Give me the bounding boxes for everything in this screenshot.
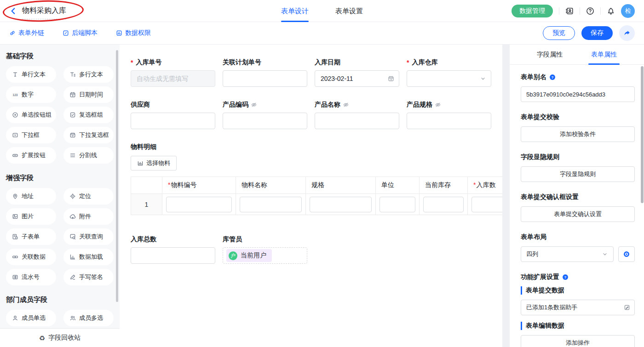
field-product-spec[interactable]: 产品规格 (407, 101, 491, 129)
lookup-icon (69, 233, 76, 240)
submit-confirm-button[interactable]: 表单提交确认设置 (521, 206, 635, 222)
field-item-divider[interactable]: 分割线 (63, 147, 114, 164)
bell-icon[interactable] (607, 7, 615, 15)
field-warehouse[interactable]: 入库仓库 (407, 58, 491, 87)
data-manage-button[interactable]: 数据管理 (512, 5, 553, 17)
panel-scrollbar[interactable] (641, 66, 644, 203)
user-avatar-icon: 户 (229, 251, 237, 260)
hidden-eye-icon (435, 102, 441, 108)
material-name-cell-input[interactable] (240, 197, 302, 212)
permission-icon (116, 30, 122, 36)
layout-select[interactable]: 四列 (521, 246, 614, 262)
submit-data-label: 表单提交数据 (521, 286, 635, 295)
supplier-input[interactable] (131, 113, 215, 129)
field-total-qty[interactable]: 入库总数 (131, 235, 215, 264)
field-item-member-single[interactable]: 成员单选 (6, 310, 56, 326)
inbound-date-input[interactable] (315, 70, 399, 87)
add-operation-button[interactable]: 添加操作 (521, 335, 635, 347)
member-field-box[interactable]: 户 当前用户 (223, 247, 307, 264)
chain-link-icon (12, 254, 18, 260)
crosshair-icon (69, 193, 76, 199)
col-inbound-qty: 入库数 (468, 177, 503, 194)
preview-button[interactable]: 预览 (543, 26, 575, 40)
back-icon[interactable] (9, 7, 17, 15)
page-title[interactable]: 物料采购入库 (22, 6, 66, 19)
field-item-address[interactable]: 地址 (6, 188, 56, 205)
field-product-name[interactable]: 产品名称 (315, 101, 399, 129)
contact-book-icon[interactable] (565, 7, 574, 15)
field-item-location[interactable]: 定位 (63, 188, 114, 205)
edit-icon[interactable] (624, 304, 630, 311)
backend-script-button[interactable]: 后端脚本 (63, 29, 98, 37)
save-button[interactable]: 保存 (581, 26, 613, 40)
field-item-member-multi[interactable]: 成员多选 (63, 310, 114, 326)
spec-cell-input[interactable] (310, 197, 372, 212)
field-supplier[interactable]: 供应商 (131, 101, 215, 129)
field-item-checkbox-group[interactable]: 复选框组 (63, 107, 114, 123)
field-item-ext-button[interactable]: 扩展按钮 (6, 147, 56, 164)
field-inbound-no[interactable]: 入库单号 (131, 58, 215, 87)
tab-form-settings[interactable]: 表单设置 (335, 0, 363, 22)
field-item-image[interactable]: 图片 (6, 208, 56, 225)
bar-chart-icon (69, 254, 76, 260)
external-link-button[interactable]: 表单外链 (9, 29, 44, 37)
visibility-rules-button[interactable]: 字段显隐规则 (521, 166, 635, 182)
warehouse-select[interactable] (407, 70, 491, 87)
product-name-input[interactable] (315, 113, 399, 129)
stock-cell-input[interactable] (423, 197, 464, 212)
current-user-tag[interactable]: 户 当前用户 (226, 249, 272, 262)
field-item-serial[interactable]: 流水号 (6, 269, 56, 285)
field-item-attachment[interactable]: 附件 (63, 208, 114, 225)
tab-field-properties[interactable]: 字段属性 (537, 45, 563, 65)
data-assistant-box[interactable]: 已添加1条数据助手 (521, 300, 635, 315)
total-qty-input[interactable] (131, 247, 215, 264)
field-item-single-text[interactable]: 单行文本 (6, 66, 56, 83)
calendar-icon[interactable] (388, 75, 394, 82)
field-item-multiselect[interactable]: 下拉复选框 (63, 127, 114, 143)
help-filled-icon[interactable]: ? (562, 274, 569, 280)
field-product-code[interactable]: 产品编码 (223, 101, 307, 129)
product-code-input[interactable] (223, 113, 307, 129)
col-material-no: 物料编号 (162, 177, 236, 194)
tab-form-design[interactable]: 表单设计 (281, 0, 309, 22)
help-icon[interactable] (586, 7, 594, 15)
col-material-name: 物料名称 (236, 177, 306, 194)
layout-settings-button[interactable] (618, 246, 635, 262)
field-plan-no[interactable]: 关联计划单号 (223, 58, 307, 87)
field-item-linked-data[interactable]: 关联数据 (6, 249, 56, 265)
field-item-radio-group[interactable]: 单选按钮组 (6, 107, 56, 123)
field-item-signature[interactable]: 手写签名 (63, 269, 114, 285)
field-item-data-load[interactable]: 数据加载 (63, 249, 114, 265)
chevron-down-icon[interactable] (480, 75, 486, 82)
field-item-subform[interactable]: 子表单 (6, 228, 56, 245)
add-validation-button[interactable]: 添加校验条件 (521, 126, 635, 142)
select-material-button[interactable]: 选择物料 (131, 156, 177, 171)
product-spec-input[interactable] (407, 113, 491, 129)
field-item-datetime[interactable]: 日期时间 (63, 86, 114, 103)
form-toolbar: 表单外链 后端脚本 数据权限 预览 保存 (0, 22, 644, 45)
plan-no-input[interactable] (223, 70, 307, 87)
field-warehouse-keeper[interactable]: 库管员 户 当前用户 (223, 235, 307, 264)
field-item-select[interactable]: 下拉框 (6, 127, 56, 143)
sidebar-scrollbar[interactable] (116, 50, 118, 302)
form-alias-input[interactable] (521, 86, 635, 102)
number-icon: 123 (12, 91, 18, 98)
field-item-multi-text[interactable]: 多行文本 (63, 66, 114, 83)
field-library-sidebar: 基础字段 单行文本 多行文本 123数字 日期时间 单选按钮组 复选框组 下拉框… (0, 45, 120, 347)
pen-icon (69, 274, 76, 280)
field-inbound-date[interactable]: 入库日期 (315, 58, 399, 87)
inbound-no-input[interactable] (131, 70, 215, 87)
help-filled-icon[interactable]: ? (549, 74, 556, 80)
material-no-cell-input[interactable] (166, 197, 232, 212)
inbound-qty-cell-input[interactable] (472, 197, 502, 212)
field-recycle-button[interactable]: ♻ 字段回收站 (0, 328, 120, 347)
field-item-lookup[interactable]: 关联查询 (63, 228, 114, 245)
unit-cell-input[interactable] (380, 197, 415, 212)
checkbox-icon (69, 112, 76, 118)
row-index: 1 (131, 194, 162, 215)
avatar[interactable]: 检 (621, 4, 635, 18)
field-item-number[interactable]: 123数字 (6, 86, 56, 103)
data-permission-button[interactable]: 数据权限 (116, 29, 151, 37)
tab-form-properties[interactable]: 表单属性 (591, 45, 617, 65)
share-button[interactable] (619, 25, 635, 41)
